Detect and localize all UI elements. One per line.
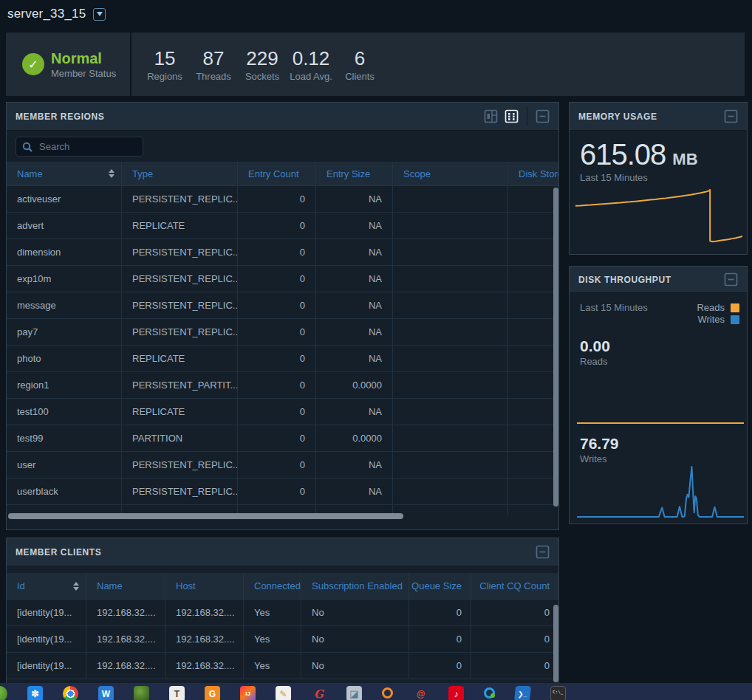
table-row[interactable]: userblackPERSISTENT_REPLIC...0NA xyxy=(7,478,558,505)
green-app-icon[interactable] xyxy=(134,686,149,700)
cell: region1 xyxy=(7,372,121,398)
cell: 0 xyxy=(237,399,315,425)
chrome-icon[interactable] xyxy=(63,686,78,700)
image-viewer-icon[interactable]: ◪ xyxy=(346,686,362,700)
cell: exp10m xyxy=(7,266,121,292)
metric-regions: 15 Regions xyxy=(140,47,189,82)
regions-vertical-scrollbar[interactable] xyxy=(553,188,558,507)
member-regions-panel: MEMBER REGIONS Name xyxy=(6,102,559,530)
column-header-entry-size: Entry Size xyxy=(315,162,392,185)
table-row[interactable]: pay7PERSISTENT_REPLIC...0NA xyxy=(7,319,558,346)
regions-horizontal-scrollbar[interactable] xyxy=(8,513,403,519)
member-clients-panel: MEMBER CLIENTS Id Name Host Connected Su… xyxy=(6,538,559,683)
member-status-value: Normal xyxy=(51,50,116,66)
cell xyxy=(392,505,507,515)
powershell-icon[interactable]: ❯_ xyxy=(514,686,531,700)
cell xyxy=(507,399,558,425)
table-row[interactable]: dimensionPERSISTENT_REPLIC...0NA xyxy=(7,239,558,266)
t-editor-icon[interactable]: T xyxy=(169,686,185,700)
grid-view-icon[interactable] xyxy=(505,109,519,123)
column-header-id[interactable]: Id xyxy=(7,573,86,599)
regions-table-header: Name Type Entry Count Entry Size Scope D… xyxy=(7,162,558,186)
cell xyxy=(392,425,507,451)
table-row[interactable]: test100REPLICATE0NA xyxy=(7,399,558,425)
table-row[interactable]: region1PERSISTENT_PARTIT...00.0000 xyxy=(7,372,558,399)
column-header-queue-size: Queue Size xyxy=(409,573,471,599)
column-header-name[interactable]: Name xyxy=(7,162,121,185)
table-row[interactable]: activeuserPERSISTENT_REPLIC...0NA xyxy=(7,186,558,213)
table-row[interactable]: advertREPLICATE0NA xyxy=(7,213,558,239)
table-row[interactable]: exp10mPERSISTENT_REPLIC...0NA xyxy=(7,266,558,292)
red-g-icon[interactable]: G xyxy=(311,686,327,700)
cell: test99 xyxy=(7,425,121,451)
memory-unit: MB xyxy=(672,150,697,169)
cell: PERSISTENT_REPLIC... xyxy=(121,292,237,318)
table-row[interactable]: photoREPLICATE0NA xyxy=(7,346,558,372)
cell xyxy=(392,266,507,292)
cell xyxy=(392,239,507,265)
cell: PERSISTENT_REPLIC... xyxy=(121,239,237,265)
column-header-scope: Scope xyxy=(392,162,507,185)
table-row[interactable]: test99PARTITION00.0000 xyxy=(7,425,558,452)
collapse-memory-icon[interactable] xyxy=(724,109,738,123)
metric-clients: 6 Clients xyxy=(335,47,384,82)
cell xyxy=(507,266,558,292)
cell: 192.168.32.... xyxy=(165,653,243,679)
clients-vertical-scrollbar[interactable] xyxy=(553,605,558,682)
table-row[interactable]: userPERSISTENT_REPLIC...0NA xyxy=(7,452,558,478)
cell: PERSISTENT_REPLIC... xyxy=(121,452,237,478)
member-status-bar: ✓ Normal Member Status 15 Regions 87 Thr… xyxy=(6,32,745,96)
cell: 192.168.32.... xyxy=(165,600,243,625)
table-row[interactable]: [identity(19...192.168.32....192.168.32.… xyxy=(7,600,558,626)
column-header-client-cq-count: Client CQ Count xyxy=(471,573,558,599)
word-icon[interactable]: W xyxy=(98,686,114,700)
cell: NA xyxy=(315,266,392,292)
clients-panel-title: MEMBER CLIENTS xyxy=(16,547,101,557)
cell: REPLICATE xyxy=(121,346,237,371)
cell: 0 xyxy=(409,626,471,652)
cell: [identity(19... xyxy=(7,653,86,679)
cell: 0 xyxy=(237,266,315,292)
member-dropdown-button[interactable] xyxy=(93,8,106,21)
table-row[interactable]: [identity(19...192.168.32....192.168.32.… xyxy=(7,626,558,653)
disk-legend: Reads Writes xyxy=(697,302,739,325)
terminal-icon[interactable]: C:\_ xyxy=(550,686,566,700)
column-header-name: Name xyxy=(86,573,165,599)
treemap-view-icon[interactable] xyxy=(484,109,498,123)
cell xyxy=(507,452,558,478)
cell: 0 xyxy=(237,213,315,239)
collapse-disk-icon[interactable] xyxy=(724,272,738,286)
table-row[interactable]: [identity(19...192.168.32....192.168.32.… xyxy=(7,653,558,679)
cell: message xyxy=(7,292,121,318)
blue-ring-icon[interactable] xyxy=(484,687,495,699)
collapse-clients-icon[interactable] xyxy=(536,545,550,559)
writes-value: 76.79 xyxy=(580,435,619,453)
reads-sparkline xyxy=(577,422,744,425)
column-header-entry-count: Entry Count xyxy=(237,162,315,185)
cell xyxy=(507,319,558,345)
cell: NA xyxy=(315,292,392,318)
notepad-icon[interactable]: ✎ xyxy=(276,686,291,700)
orange-ring-icon[interactable] xyxy=(382,687,393,699)
sort-icon xyxy=(73,582,79,591)
red-swirl-icon[interactable]: @ xyxy=(413,686,428,700)
cell xyxy=(392,478,507,504)
green-partial-icon[interactable] xyxy=(0,686,7,700)
table-row[interactable]: messagePERSISTENT_REPLIC...0NA xyxy=(7,292,558,319)
asterisk-app-icon[interactable]: ✽ xyxy=(27,686,43,700)
cell: [identity(19... xyxy=(7,600,86,625)
orange-g-icon[interactable]: G xyxy=(205,686,220,700)
intellij-icon[interactable]: IJ xyxy=(240,686,256,700)
cell: NA xyxy=(315,399,392,425)
cell: REPLICATE xyxy=(121,399,237,425)
column-header-connected: Connected xyxy=(243,573,301,599)
music-app-icon[interactable]: ♪ xyxy=(448,686,464,700)
page-title: server_33_15 xyxy=(7,7,86,21)
regions-search-input[interactable] xyxy=(38,140,137,153)
cell: 0.0000 xyxy=(315,425,392,451)
cell: 0 xyxy=(237,239,315,265)
memory-usage-panel: MEMORY USAGE 615.08 MB Last 15 Minutes xyxy=(569,102,748,255)
collapse-regions-icon[interactable] xyxy=(536,109,550,123)
metric-threads: 87 Threads xyxy=(189,47,238,82)
legend-reads: Reads xyxy=(697,302,739,313)
